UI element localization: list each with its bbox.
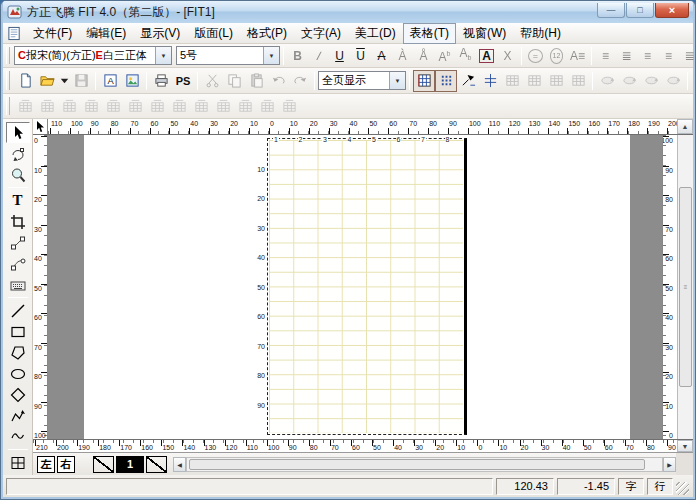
ruler-tick [508, 128, 509, 134]
node-curve-tool[interactable] [6, 253, 30, 274]
line-tool[interactable] [6, 300, 30, 321]
new-document-button[interactable] [14, 70, 36, 92]
scroll-down-button[interactable]: ▼ [677, 440, 693, 452]
menu-item-d[interactable]: 美工(D) [348, 23, 403, 44]
ruler-tick [41, 431, 47, 432]
menu-item-t[interactable]: 表格(T) [403, 23, 456, 44]
close-button[interactable]: × [655, 3, 689, 18]
open-dropdown[interactable] [58, 70, 70, 92]
menu-item-f[interactable]: 文件(F) [26, 23, 79, 44]
ruler-label: 130 [529, 120, 541, 127]
grid-row-number: 80 [254, 372, 265, 379]
ruler-tick [663, 372, 669, 373]
text-block-button[interactable]: A [99, 70, 121, 92]
resize-grip[interactable] [676, 482, 689, 495]
zoom-level-select[interactable]: 全页显示▼ [318, 71, 406, 90]
status-message [6, 478, 493, 495]
ellipse-tool[interactable] [6, 363, 30, 384]
crop-tool[interactable] [6, 211, 30, 232]
image-block-button[interactable] [121, 70, 143, 92]
ruler-tick [41, 195, 47, 196]
ruler-label: 40 [34, 255, 42, 262]
text-frame-icon: A [103, 73, 118, 88]
chevron-down-icon[interactable]: ▼ [263, 47, 279, 64]
grid-row-number: 20 [254, 195, 265, 202]
menu-item-e[interactable]: 编辑(E) [79, 23, 133, 44]
chevron-down-icon[interactable]: ▼ [389, 72, 405, 89]
menu-item-v[interactable]: 显示(V) [133, 23, 187, 44]
child-window-icon[interactable] [7, 26, 22, 40]
node-line-tool[interactable] [6, 232, 30, 253]
select-tool[interactable] [6, 122, 30, 143]
font-size-select[interactable]: 5号 ▼ [176, 46, 280, 65]
grid-display-button[interactable] [435, 70, 457, 92]
menu-item-h[interactable]: 帮助(H) [513, 23, 568, 44]
ruler-tick [528, 128, 529, 134]
next-page-button[interactable] [146, 456, 167, 473]
grid-column-number: 2 [298, 136, 304, 143]
rectangle-tool[interactable] [6, 321, 30, 342]
print-button[interactable] [150, 70, 172, 92]
toolbar-handle[interactable] [6, 97, 10, 116]
ruler-label: 20 [34, 196, 42, 203]
rotate-tool[interactable] [6, 143, 30, 164]
ruler-tick [246, 440, 247, 446]
ruler-label: 10 [290, 120, 298, 127]
ruler-origin-button[interactable] [33, 119, 48, 134]
menu-item-a[interactable]: 文字(A) [294, 23, 348, 44]
canvas[interactable]: 12345678 102030405060708090 [48, 135, 662, 439]
open-button[interactable] [36, 70, 58, 92]
text-tool[interactable]: T [6, 190, 30, 211]
chevron-down-icon[interactable]: ▼ [155, 47, 171, 64]
left-page-button[interactable]: 左 [37, 456, 55, 473]
table-style-1-button [501, 70, 523, 92]
ruler-label: 180 [628, 120, 640, 127]
maximize-button[interactable]: □ [626, 3, 654, 18]
horizontal-scrollbar[interactable] [186, 457, 663, 472]
strikethrough-button[interactable]: A [371, 46, 392, 66]
unit-line-cell[interactable]: 行 [647, 478, 673, 495]
boxed-char-button[interactable]: A [476, 46, 497, 66]
table-lines-button[interactable] [479, 70, 501, 92]
ruler-tick [663, 431, 669, 432]
right-page-button[interactable]: 右 [57, 456, 75, 473]
unit-char-cell[interactable]: 字 [618, 478, 644, 495]
ruler-label: 0 [478, 444, 482, 451]
ps-output-button[interactable]: PS [172, 70, 194, 92]
page[interactable]: 12345678 102030405060708090 [267, 138, 467, 435]
menu-item-p[interactable]: 格式(P) [240, 23, 294, 44]
ruler-label: 60 [352, 444, 360, 451]
previous-page-button[interactable] [93, 456, 114, 473]
polyline-tool[interactable] [6, 405, 30, 426]
toolbox-separator [8, 449, 28, 450]
horizontal-scrollbar-thumb[interactable] [189, 459, 645, 470]
toolbar-handle[interactable] [6, 47, 10, 65]
ruler-label: 20 [230, 120, 238, 127]
zoom-tool[interactable] [6, 164, 30, 185]
polygon-tool[interactable] [6, 342, 30, 363]
ruler-label: 150 [162, 444, 174, 451]
scroll-right-button[interactable]: ▶ [663, 457, 676, 472]
table-tool[interactable] [6, 452, 30, 473]
table-edit-1-button [14, 95, 36, 117]
ruler-tick [408, 128, 409, 134]
arrow-line-button[interactable] [457, 70, 479, 92]
scroll-left-button[interactable]: ◀ [173, 457, 186, 472]
curve-tool[interactable] [6, 426, 30, 447]
underline-button[interactable]: U [329, 46, 350, 66]
vertical-scrollbar[interactable]: ≡ [677, 135, 693, 439]
vertical-scrollbar-thumb[interactable]: ≡ [679, 187, 692, 387]
scroll-up-button[interactable]: ▲ [677, 119, 693, 134]
menu-item-l[interactable]: 版面(L) [187, 23, 240, 44]
table-frame-button[interactable] [413, 70, 435, 92]
diamond-tool[interactable] [6, 384, 30, 405]
toolbar-handle[interactable] [6, 71, 10, 91]
minimize-button[interactable]: — [597, 3, 625, 18]
font-select[interactable]: C报宋(简)(方正)E白三正体 ▼ [14, 46, 172, 65]
keyboard-tool[interactable] [6, 274, 30, 295]
overline-button[interactable]: U [350, 46, 371, 66]
menu-item-w[interactable]: 视窗(W) [456, 23, 513, 44]
pasteboard-edge-right [630, 135, 662, 439]
ruler-tick [269, 128, 270, 134]
ruler-tick [663, 166, 669, 167]
